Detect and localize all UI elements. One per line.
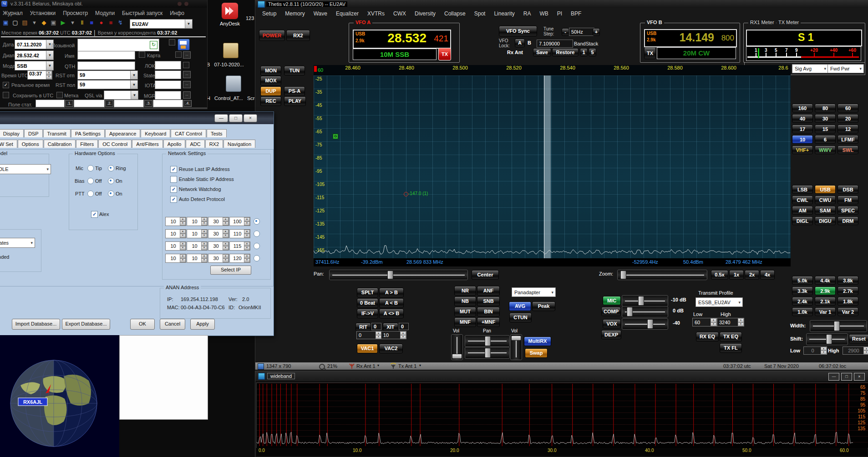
dialog-tab[interactable]: Tests (207, 129, 227, 137)
sub-vol-slider[interactable] (510, 334, 522, 360)
band-button[interactable]: 40 (792, 114, 813, 123)
transmit-profile-combo[interactable]: ESSB_EU2AV▾ (695, 297, 743, 307)
alex-checkbox[interactable]: ✓ (91, 211, 98, 218)
tx-fl-button[interactable]: TX FL (720, 343, 742, 353)
stat-btn-3[interactable]: .3. (144, 100, 152, 107)
chevron-down-icon[interactable]: ▼ (131, 91, 138, 99)
chevron-down-icon[interactable]: ▼ (130, 80, 137, 89)
log-menu-item[interactable]: Просмотр (63, 10, 88, 16)
vfo-b-tx-button[interactable]: TX (644, 47, 656, 59)
mode-button[interactable]: FM (838, 196, 858, 204)
zero-beat-button[interactable]: 0 Beat (357, 298, 378, 308)
cancel-button[interactable]: Cancel (160, 319, 185, 330)
filter-button[interactable]: Var 2 (838, 307, 858, 316)
vfo-b-display[interactable]: USB 2.9k 14.149 800 (644, 29, 737, 47)
apply-button[interactable]: Apply (190, 319, 215, 330)
thetis-menu-item[interactable]: XVTRs (367, 10, 385, 17)
network-spinner[interactable]: 115▲▼ (229, 241, 250, 251)
nb-button[interactable]: NB (454, 296, 476, 306)
dialog-tab[interactable]: DSP (24, 129, 43, 137)
vfo-a-display[interactable]: USB 2.9k 28.532 421 (353, 30, 451, 49)
network-spinner[interactable]: 110▲▼ (229, 229, 250, 238)
mode-button[interactable]: DIGU (815, 216, 836, 225)
filter-button[interactable]: 1.0k (792, 307, 813, 316)
band-button[interactable]: LFMF (838, 135, 858, 144)
anydesk-icon[interactable] (222, 3, 238, 19)
panadapter[interactable]: -25-35-45-55-65-75-85-95-105-115-125-135… (314, 75, 791, 258)
log-menu-item[interactable]: Инфо (170, 10, 184, 16)
bandstack-5-button[interactable]: 5 (589, 48, 596, 56)
rst-sent-combo[interactable]: 59▼ (77, 70, 138, 80)
mode-button[interactable]: USB (815, 185, 836, 194)
vac1-button[interactable]: VAC1 (357, 344, 378, 353)
filter-shift-slider[interactable] (806, 333, 848, 345)
desktop-icon-label[interactable]: CH Control_AT... Screen... (203, 95, 255, 101)
network-row-radio[interactable] (254, 243, 260, 249)
close-icon[interactable]: × (244, 114, 257, 122)
filter-button[interactable]: 2.1k (815, 297, 836, 306)
xit-button[interactable]: XIT (383, 323, 398, 331)
rx-vol-slider[interactable] (451, 334, 463, 360)
play-icon[interactable]: ▶ (59, 19, 67, 26)
band-button[interactable]: SWL (838, 146, 858, 154)
callsign-combo[interactable]: EU2AV▼ (130, 19, 193, 29)
ok-button[interactable]: OK (130, 319, 155, 330)
stat-btn-1[interactable]: .1. (65, 100, 73, 107)
band-button[interactable]: 80 (815, 104, 836, 112)
band-button[interactable]: 17 (792, 125, 813, 133)
band-button[interactable]: VHF+ (792, 146, 813, 154)
bandstack-save-button[interactable]: Save (533, 48, 551, 56)
rx2-button[interactable]: RX2 (286, 30, 310, 41)
chevron-down-icon[interactable]: ▾ (377, 363, 379, 367)
mic-button[interactable]: MIC (603, 296, 621, 305)
network-spinner[interactable]: 30▲▼ (208, 254, 229, 263)
qth-input[interactable] (77, 61, 135, 70)
network-checkbox[interactable]: ✓ (170, 196, 177, 203)
tx-low-spinner[interactable]: 60▲▼ (692, 318, 717, 326)
thetis-menu-item[interactable]: Equalizer (336, 10, 359, 17)
vol-slider-thumb[interactable] (511, 336, 521, 341)
dropdown-icon[interactable]: ▾ (30, 19, 38, 26)
refresh-icon[interactable]: ↻ (150, 41, 157, 49)
rx-ant-label[interactable]: Rx Ant (507, 50, 523, 55)
stop-red-icon[interactable]: ■ (107, 19, 115, 26)
anydesk-label[interactable]: AnyDesk (214, 21, 246, 26)
cassette-icon[interactable]: ▤ (21, 19, 29, 26)
chevron-down-icon[interactable]: ▼ (130, 71, 137, 79)
filter-button[interactable]: 2.9k (815, 286, 836, 295)
log-menu-item[interactable]: Журнал (3, 10, 23, 16)
mode-button[interactable]: AM (792, 206, 813, 215)
rx-ant-selector[interactable]: Rx Ant 1 (356, 363, 376, 369)
zoom-4x-button[interactable]: 4x (760, 270, 775, 280)
vol-slider-thumb[interactable] (452, 354, 462, 359)
if-to-v-button[interactable]: IF->V (357, 309, 378, 318)
network-checkbox[interactable]: ✓ (170, 186, 177, 193)
bandstack-1-button[interactable]: 1 (580, 48, 588, 56)
rst-rcvd-combo[interactable]: 59▼ (77, 80, 138, 89)
tune-step-minus[interactable]: - (562, 28, 569, 36)
vfo-lock-b-button[interactable]: B (528, 40, 531, 45)
pan-slider-thumb[interactable] (387, 271, 393, 279)
tune-step-value[interactable]: 50Hz (569, 28, 594, 36)
mut-button[interactable]: MUT (454, 307, 476, 316)
tx-meter-mode-combo[interactable]: Fwd Pwr▾ (827, 64, 864, 73)
mode-button[interactable]: CWU (815, 196, 836, 204)
band-button[interactable]: 20 (838, 114, 858, 123)
date-combo[interactable]: 07.11.2020▼ (15, 40, 54, 49)
ptt-off-radio[interactable] (87, 191, 94, 197)
mode-button[interactable]: CWL (792, 196, 813, 204)
rx1-pan-slider[interactable] (465, 335, 510, 347)
minimize-icon[interactable]: — (828, 373, 839, 381)
dialog-subtab[interactable]: Navigation (223, 140, 255, 148)
thetis-menu-item[interactable]: BPF (571, 10, 581, 17)
pause-icon[interactable]: Ⅱ (78, 19, 86, 26)
more-button[interactable]: ... (183, 91, 191, 99)
mode-button[interactable]: LSB (792, 185, 813, 194)
network-spinner[interactable]: 120▲▼ (229, 254, 250, 263)
import-database-button[interactable]: Import Database... (12, 319, 60, 330)
dialog-tab[interactable]: Transmit (43, 129, 71, 137)
thetis-menu-item[interactable]: Linearity (494, 10, 514, 17)
export-database-button[interactable]: Export Database... (62, 319, 110, 330)
zoom-2x-button[interactable]: 2x (745, 270, 759, 280)
dialog-tab[interactable]: Appearance (105, 129, 140, 137)
